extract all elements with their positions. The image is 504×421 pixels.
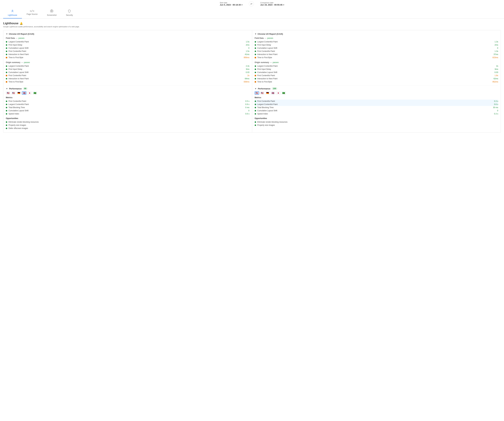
comparison-columns: ▼ Chrome UX Report (CrUX) Field Data — p… (3, 30, 501, 132)
metric-dot (255, 48, 256, 49)
metric-name: Time to First Byte (8, 81, 23, 83)
flag-button[interactable]: 🇬🇧 (22, 91, 26, 95)
flag-button[interactable]: 🇺🇸 (260, 91, 264, 95)
metric-row: First Input Delay 2ms (6, 43, 249, 47)
right-field-metrics: Largest Contentful Paint 1.3s First Inpu… (255, 40, 498, 59)
metric-left: Largest Contentful Paint (255, 103, 278, 105)
tab-lighthouse[interactable]: Lighthouse (3, 8, 22, 18)
metric-value: 0.3 s (494, 113, 498, 115)
metric-left: First Contentful Paint (255, 74, 275, 77)
right-opportunities-label: Opportunities (255, 117, 498, 120)
metric-dot (6, 113, 7, 114)
opportunity-dot (6, 125, 7, 126)
metric-value: 0.6 s (494, 103, 498, 105)
tab-security[interactable]: Security (61, 8, 78, 18)
metric-value: 0 (497, 47, 498, 49)
right-perf-score: 100 (272, 87, 277, 90)
metric-row: First Contentful Paint 2s (6, 74, 249, 77)
metric-left: Time to First Byte (6, 81, 23, 83)
metric-value: 836ms (244, 81, 249, 83)
left-column: ▼ Chrome UX Report (CrUX) Field Data — p… (3, 30, 252, 132)
flag-button[interactable]: 🇯🇵 (27, 91, 32, 95)
metric-left: First Contentful Paint (6, 74, 26, 77)
metric-value: 1.5s (246, 50, 249, 52)
metric-dot (255, 57, 256, 58)
metric-value: 0.03 (246, 71, 249, 73)
left-perf-header: ▼ Performance 99 (6, 87, 249, 90)
metric-name: First Contentful Paint (8, 50, 26, 52)
swap-button[interactable]: ⇄ (249, 1, 254, 6)
metric-dot (6, 69, 7, 70)
comparison-date-group: Comparison date Jun 19, 2023 - 00:55:45 … (260, 2, 284, 6)
left-crux-toggle[interactable]: ▼ (6, 33, 8, 35)
metric-dot (255, 104, 256, 105)
flag-button[interactable]: 🇺🇸 (11, 91, 16, 95)
metric-dot (6, 75, 7, 76)
metric-value: 30 ms (493, 106, 498, 108)
left-flags: 🇺🇸🇺🇸🇩🇪🇬🇧🇯🇵🇧🇷 (6, 91, 249, 95)
metric-dot (6, 41, 7, 42)
flag-button[interactable]: 🇧🇷 (282, 91, 286, 95)
page-source-icon: </> (30, 9, 34, 12)
tab-page-source[interactable]: </> Page Source (22, 8, 42, 18)
metric-dot (6, 48, 7, 49)
metric-name: First Input Delay (8, 44, 22, 46)
right-perf-toggle[interactable]: ▼ (255, 87, 257, 90)
left-perf-toggle[interactable]: ▼ (6, 87, 8, 90)
flag-button[interactable]: 🇯🇵 (276, 91, 281, 95)
metric-name: Largest Contentful Paint (8, 103, 29, 105)
tab-lighthouse-label: Lighthouse (8, 14, 17, 16)
metric-left: Largest Contentful Paint (255, 65, 278, 67)
metric-name: Largest Contentful Paint (257, 65, 278, 67)
metric-left: Cumulative Layout Shift (6, 71, 29, 73)
flag-button[interactable]: 🇩🇪 (17, 91, 21, 95)
metric-row: First Contentful Paint 1.8s (255, 74, 498, 77)
metric-row: Total Blocking Time 30 ms (255, 106, 498, 109)
svg-point-0 (12, 10, 13, 11)
right-crux-toggle[interactable]: ▼ (255, 33, 257, 35)
metric-left: Interaction to Next Paint (6, 78, 29, 80)
metric-value: 2s (496, 65, 498, 67)
metric-name: Interaction to Next Paint (8, 78, 29, 80)
start-date-value[interactable]: Jun 5, 2023 - 00:18:30 > (220, 4, 243, 6)
comparison-date-value[interactable]: Jun 19, 2023 - 00:55:45 > (260, 4, 284, 6)
metric-value: 3ms (495, 68, 498, 70)
flag-button[interactable]: 🇧🇷 (33, 91, 37, 95)
metric-row: Time to First Byte 815ms (255, 56, 498, 59)
metric-left: Time to First Byte (6, 56, 23, 59)
metric-name: First Contentful Paint (8, 100, 26, 102)
metric-name: Interaction to Next Paint (257, 53, 277, 55)
left-origin-label: Origin summary — passes (6, 61, 249, 64)
metric-row: Cumulative Layout Shift 0 (255, 109, 498, 112)
metric-dot (255, 54, 256, 55)
metric-dot (255, 110, 256, 111)
opportunity-row: Properly size images (255, 124, 498, 127)
metric-row: Cumulative Layout Shift 0 (6, 47, 249, 50)
metric-dot (6, 81, 7, 83)
metric-dot (6, 66, 7, 67)
metric-name: First Contentful Paint (257, 74, 275, 77)
metric-left: Cumulative Layout Shift (6, 109, 29, 112)
metric-left: Interaction to Next Paint (255, 78, 277, 80)
left-metrics-label: Metrics (6, 96, 249, 99)
tab-screenshot[interactable]: Screenshot (42, 8, 61, 18)
metric-row: Cumulative Layout Shift 0 (6, 109, 249, 112)
metric-value: 852ms (492, 81, 498, 83)
flag-button[interactable]: 🇬🇧 (271, 91, 275, 95)
flag-button[interactable]: 🇺🇸 (6, 91, 10, 95)
metric-left: Time to First Byte (255, 56, 272, 59)
flag-button[interactable]: 🇺🇸 (255, 91, 259, 95)
metric-value: 0 ms (245, 106, 249, 108)
metric-dot (255, 51, 256, 52)
flag-button[interactable]: 🇩🇪 (265, 91, 270, 95)
metric-row: Cumulative Layout Shift 0.03 (255, 71, 498, 74)
tab-page-source-label: Page Source (27, 13, 37, 15)
metric-dot (255, 66, 256, 67)
metric-name: Cumulative Layout Shift (257, 47, 277, 49)
metric-dot (6, 54, 7, 55)
metric-value: 1.3s (495, 41, 498, 43)
metric-dot (255, 101, 256, 102)
metric-left: First Contentful Paint (6, 50, 26, 52)
right-crux-header: ▼ Chrome UX Report (CrUX) (255, 33, 498, 35)
metric-name: Interaction to Next Paint (257, 78, 277, 80)
